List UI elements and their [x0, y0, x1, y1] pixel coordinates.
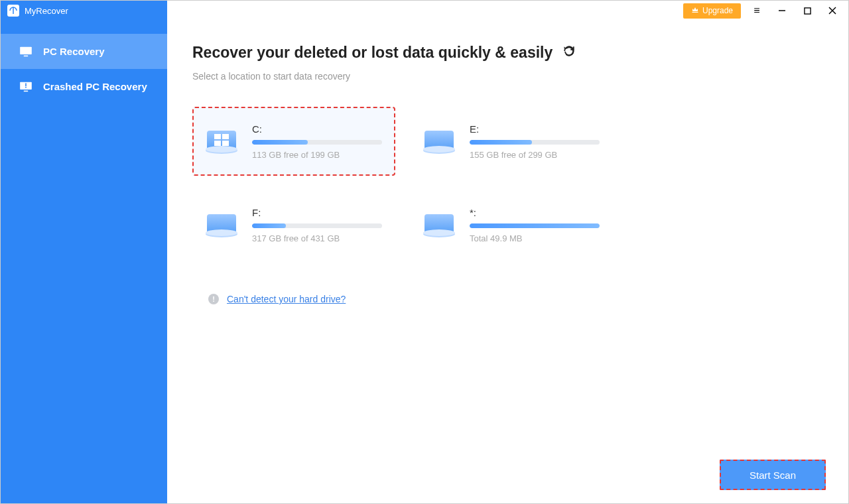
disk-icon	[206, 212, 241, 238]
drive-meta: 317 GB free of 431 GB	[252, 233, 382, 243]
drive-capacity-fill	[252, 223, 286, 228]
drive-capacity-bar	[470, 223, 600, 228]
page-heading: Recover your deleted or lost data quickl…	[192, 44, 823, 62]
drive-label: *:	[470, 207, 600, 218]
svg-rect-11	[222, 134, 229, 139]
detect-row: ! Can't detect your hard drive?	[192, 294, 823, 304]
disk-icon	[206, 128, 241, 155]
drive-label: E:	[470, 123, 600, 135]
disk-icon	[423, 128, 459, 155]
upgrade-label: Upgrade	[702, 6, 733, 15]
svg-rect-8	[25, 83, 27, 86]
crown-icon	[691, 6, 699, 16]
close-button[interactable]	[823, 3, 842, 19]
sidebar-item-label: PC Recovery	[43, 46, 105, 57]
drive-grid: C: 113 GB free of 199 GB E: 155 GB free …	[192, 107, 823, 259]
drive-capacity-fill	[252, 140, 308, 145]
drive-label: F:	[252, 207, 382, 218]
sidebar: PC Recovery Crashed PC Recovery	[1, 21, 167, 503]
body: PC Recovery Crashed PC Recovery Recover …	[1, 21, 848, 503]
drive-label: C:	[252, 123, 382, 135]
drive-card[interactable]: E: 155 GB free of 299 GB	[410, 107, 613, 176]
monitor-alert-icon	[19, 82, 33, 92]
drive-capacity-bar	[470, 140, 600, 145]
page-subtitle: Select a location to start data recovery	[192, 71, 823, 82]
sidebar-item-label: Crashed PC Recovery	[43, 81, 147, 92]
drive-info: *: Total 49.9 MB	[470, 207, 600, 243]
app-logo-icon	[7, 5, 19, 17]
svg-rect-4	[20, 46, 32, 54]
sidebar-item-crashed-recovery[interactable]: Crashed PC Recovery	[1, 69, 167, 104]
disk-icon	[423, 212, 459, 238]
main-panel: Recover your deleted or lost data quickl…	[167, 21, 848, 503]
svg-point-17	[423, 146, 455, 153]
drive-capacity-fill	[470, 140, 532, 145]
drive-capacity-fill	[470, 223, 600, 228]
sidebar-item-pc-recovery[interactable]: PC Recovery	[1, 34, 167, 69]
titlebar: MyRecover Upgrade ≡	[1, 1, 848, 21]
drive-info: E: 155 GB free of 299 GB	[470, 123, 600, 160]
app-window: MyRecover Upgrade ≡	[0, 0, 849, 504]
drive-card[interactable]: C: 113 GB free of 199 GB	[192, 107, 395, 176]
svg-rect-13	[222, 141, 229, 146]
refresh-icon[interactable]	[563, 45, 575, 60]
maximize-button[interactable]	[798, 3, 816, 19]
drive-info: F: 317 GB free of 431 GB	[252, 207, 382, 243]
svg-rect-5	[24, 55, 28, 56]
svg-point-15	[206, 146, 237, 153]
svg-rect-10	[214, 134, 221, 139]
start-scan-button[interactable]: Start Scan	[720, 460, 826, 490]
info-icon: !	[208, 294, 219, 304]
drive-meta: Total 49.9 MB	[470, 233, 600, 243]
heading-text: Recover your deleted or lost data quickl…	[192, 44, 553, 62]
drive-card[interactable]: F: 317 GB free of 431 GB	[192, 190, 395, 259]
detect-drive-link[interactable]: Can't detect your hard drive?	[227, 294, 346, 304]
drive-meta: 113 GB free of 199 GB	[252, 150, 382, 160]
app-name: MyRecover	[25, 6, 68, 16]
drive-capacity-bar	[252, 140, 382, 145]
titlebar-controls: Upgrade ≡	[167, 3, 848, 19]
titlebar-brand: MyRecover	[1, 1, 167, 21]
upgrade-button[interactable]: Upgrade	[683, 3, 741, 19]
minimize-button[interactable]	[773, 3, 791, 19]
drive-card[interactable]: *: Total 49.9 MB	[410, 190, 613, 259]
svg-point-19	[206, 229, 237, 236]
svg-point-21	[423, 229, 455, 236]
monitor-icon	[19, 46, 33, 57]
drive-meta: 155 GB free of 299 GB	[470, 150, 600, 160]
svg-rect-7	[24, 90, 28, 92]
svg-rect-1	[804, 7, 810, 13]
menu-button[interactable]: ≡	[748, 3, 766, 19]
drive-capacity-bar	[252, 223, 382, 228]
drive-info: C: 113 GB free of 199 GB	[252, 123, 382, 160]
svg-rect-9	[25, 87, 27, 88]
svg-rect-12	[214, 141, 221, 146]
